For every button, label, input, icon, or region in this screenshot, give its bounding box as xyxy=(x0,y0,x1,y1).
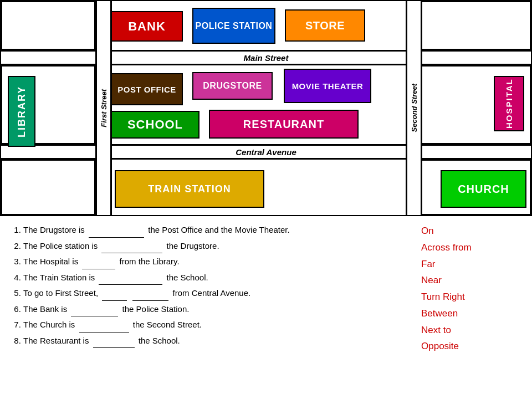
central-avenue-road: Central Avenue xyxy=(1,144,531,160)
drugstore-building: DRUGSTORE xyxy=(192,72,273,100)
q8-after: the School. xyxy=(139,336,180,345)
school-building: SCHOOL xyxy=(111,111,200,139)
q5-after: from Central Avenue. xyxy=(173,288,251,298)
store-building: STORE xyxy=(285,9,365,42)
restaurant-building: RESTAURANT xyxy=(209,110,359,139)
q4-before: The Train Station is xyxy=(23,273,97,282)
main-street-road: Main Street xyxy=(1,50,531,65)
map: Main Street Central Avenue First Street … xyxy=(0,0,532,216)
library-building: LIBRARY xyxy=(8,76,35,147)
police-station-building: POLICE STATION xyxy=(192,8,275,44)
block-top-left xyxy=(1,1,95,50)
word-bank-far: Far xyxy=(421,256,521,273)
q4-after: the School. xyxy=(167,273,208,282)
q7-after: the Second Street. xyxy=(133,320,202,329)
q5-before: To go to First Street, xyxy=(23,288,100,298)
word-bank-near: Near xyxy=(421,272,521,289)
q3-before: The Hospital is xyxy=(23,257,80,266)
question-2: The Police station is the Drugstore. xyxy=(23,239,410,254)
q6-blank xyxy=(71,302,118,317)
q5-blank1 xyxy=(102,286,127,301)
question-5: To go to First Street, from Central Aven… xyxy=(23,286,410,301)
word-bank-opposite: Opposite xyxy=(421,338,521,355)
q5-blank2 xyxy=(132,286,168,301)
q7-blank xyxy=(79,318,129,332)
question-7: The Church is the Second Street. xyxy=(23,318,410,332)
movie-theater-building: MOVIE THEATER xyxy=(284,69,371,103)
questions-section: The Drugstore is the Post Office and the… xyxy=(0,216,532,359)
post-office-building: POST OFFICE xyxy=(111,73,183,105)
q1-before: The Drugstore is xyxy=(23,225,87,234)
question-8: The Restaurant is the School. xyxy=(23,334,410,349)
first-street-label: First Street xyxy=(100,89,108,127)
q2-after: the Drugstore. xyxy=(167,241,219,250)
q6-before: The Bank is xyxy=(23,304,69,314)
word-bank-across-from: Across from xyxy=(421,239,521,256)
second-street-road: Second Street xyxy=(406,1,422,215)
word-bank-on: On xyxy=(421,223,521,239)
q7-before: The Church is xyxy=(23,320,78,329)
q8-before: The Restaurant is xyxy=(23,336,91,345)
question-1: The Drugstore is the Post Office and the… xyxy=(23,223,410,238)
q8-blank xyxy=(93,334,135,349)
main-street-label: Main Street xyxy=(244,53,289,63)
block-bottom-left xyxy=(1,160,95,215)
word-bank: On Across from Far Near Turn Right Betwe… xyxy=(410,223,521,355)
word-bank-next-to: Next to xyxy=(421,322,521,339)
block-top-right xyxy=(421,1,531,50)
q3-blank xyxy=(82,254,115,269)
word-bank-turn-right: Turn Right xyxy=(421,289,521,305)
question-6: The Bank is the Police Station. xyxy=(23,302,410,317)
central-avenue-label: Central Avenue xyxy=(236,147,296,157)
church-building: CHURCH xyxy=(441,170,526,208)
q2-blank xyxy=(101,239,162,254)
word-bank-between: Between xyxy=(421,305,521,322)
question-3: The Hospital is from the Library. xyxy=(23,254,410,269)
bank-building: BANK xyxy=(111,11,183,42)
q1-blank xyxy=(89,223,144,238)
q3-after: from the Library. xyxy=(120,257,180,266)
second-street-label: Second Street xyxy=(410,84,418,132)
q1-after: the Post Office and the Movie Theater. xyxy=(148,225,289,234)
q2-before: The Police station is xyxy=(23,241,100,250)
train-station-building: TRAIN STATION xyxy=(115,170,264,208)
questions-list: The Drugstore is the Post Office and the… xyxy=(11,223,410,355)
question-4: The Train Station is the School. xyxy=(23,270,410,285)
hospital-building: HOSPITAL xyxy=(494,76,524,131)
first-street-road: First Street xyxy=(95,1,112,215)
q4-blank xyxy=(99,270,162,285)
q6-after: the Police Station. xyxy=(122,304,190,314)
